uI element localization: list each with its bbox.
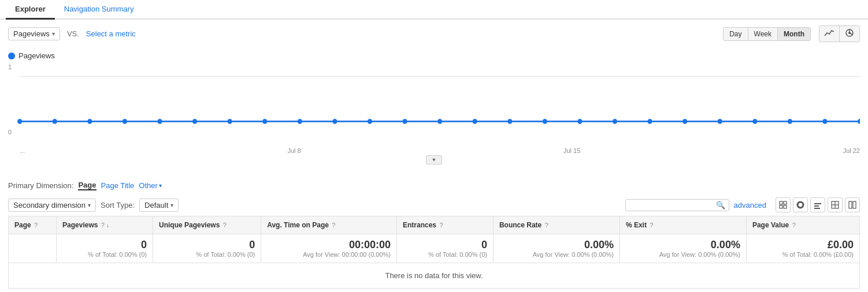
col-page-help[interactable]: ? (34, 222, 38, 229)
secondary-toolbar: Secondary dimension ▾ Sort Type: Default… (0, 194, 868, 216)
totals-page-cell (9, 234, 57, 263)
x-label-jul22: Jul 22 (843, 147, 860, 154)
advanced-link[interactable]: advanced (734, 201, 766, 209)
bar-view-button[interactable] (810, 197, 825, 212)
svg-rect-31 (780, 201, 782, 204)
svg-point-19 (473, 119, 477, 124)
select-metric-link[interactable]: Select a metric (86, 29, 136, 38)
col-bounce-rate: Bounce Rate ? (493, 216, 620, 234)
totals-entrances-sub: % of Total: 0.00% (0) (403, 251, 487, 258)
dim-page-title-link[interactable]: Page Title (101, 181, 135, 190)
secondary-dimension-dropdown[interactable]: Secondary dimension ▾ (8, 199, 96, 212)
svg-point-20 (507, 119, 512, 124)
col-exit: % Exit ? (620, 216, 746, 234)
line-chart-button[interactable] (819, 26, 840, 42)
svg-point-9 (123, 119, 127, 124)
compare-view-button[interactable] (845, 197, 860, 212)
col-pageviews: Pageviews ? ↓ (57, 216, 153, 234)
totals-unique-main: 0 (159, 239, 255, 251)
svg-point-25 (682, 119, 687, 124)
dim-other-dropdown[interactable]: Other ▾ (139, 181, 162, 190)
svg-point-18 (437, 119, 442, 124)
grid-view-button[interactable] (776, 197, 791, 212)
search-input[interactable] (629, 201, 716, 209)
metric-dropdown[interactable]: Pageviews ▾ (8, 27, 60, 40)
compare-icon (848, 201, 856, 209)
col-unique-name: Unique Pageviews (159, 221, 220, 229)
svg-point-22 (577, 119, 582, 124)
tab-explorer[interactable]: Explorer (6, 0, 55, 20)
totals-avgtime-sub: Avg for View: 00:00:00 (0.00%) (267, 251, 391, 258)
scroll-button[interactable]: ▼ (426, 155, 442, 164)
svg-rect-37 (814, 205, 819, 207)
primary-dimension-bar: Primary Dimension: Page Page Title Other… (0, 175, 868, 194)
chart-svg (8, 63, 860, 147)
search-icon[interactable]: 🔍 (716, 201, 725, 209)
pivot-view-button[interactable] (828, 197, 843, 212)
col-unique-help[interactable]: ? (223, 222, 227, 229)
sort-type-label: Sort Type: (101, 201, 135, 209)
col-pageviews-name: Pageviews (62, 221, 98, 229)
totals-entrances-main: 0 (403, 239, 487, 251)
col-page-value: Page Value ? (746, 216, 859, 234)
month-button[interactable]: Month (778, 28, 810, 40)
vs-label: VS. (67, 29, 79, 38)
svg-point-23 (613, 119, 617, 124)
svg-rect-36 (814, 203, 821, 204)
svg-point-29 (822, 119, 827, 124)
totals-row: 0 % of Total: 0.00% (0) 0 % of Total: 0.… (9, 234, 860, 263)
donut-view-button[interactable] (793, 197, 808, 212)
svg-rect-38 (814, 208, 820, 209)
totals-pageviews-main: 0 (62, 239, 147, 251)
col-entrances: Entrances ? (397, 216, 494, 234)
pie-chart-button[interactable] (840, 26, 859, 42)
svg-point-26 (718, 119, 722, 124)
svg-rect-42 (849, 201, 852, 208)
col-entrances-help[interactable]: ? (439, 222, 443, 229)
svg-point-14 (298, 119, 302, 124)
svg-point-21 (543, 119, 547, 124)
svg-point-3 (848, 32, 851, 34)
chart-area: Pageviews 1 0 (0, 48, 868, 175)
data-table: Page ? Pageviews ? ↓ Unique Pageviews ? … (8, 216, 860, 289)
col-page: Page ? (9, 216, 57, 234)
col-pagevalue-help[interactable]: ? (792, 222, 796, 229)
svg-point-16 (368, 119, 372, 124)
secondary-dim-label: Secondary dimension (13, 201, 86, 209)
y-axis-top: 1 (8, 63, 12, 70)
col-exit-help[interactable]: ? (650, 222, 653, 229)
col-avgtime-help[interactable]: ? (332, 222, 335, 229)
svg-point-27 (752, 119, 757, 124)
col-page-name: Page (14, 221, 31, 229)
legend-dot (8, 53, 15, 59)
line-chart-icon (824, 28, 834, 38)
sort-type-dropdown[interactable]: Default ▾ (139, 199, 179, 212)
svg-point-11 (192, 119, 197, 124)
col-pageviews-sort: ↓ (106, 222, 109, 229)
chart-view-buttons (819, 25, 860, 42)
day-button[interactable]: Day (724, 28, 748, 40)
search-box: 🔍 (625, 199, 729, 211)
svg-point-24 (648, 119, 652, 124)
no-data-cell: There is no data for this view. (9, 263, 860, 289)
dim-page-link[interactable]: Page (78, 181, 96, 190)
svg-rect-34 (784, 205, 787, 208)
table-wrapper: Page ? Pageviews ? ↓ Unique Pageviews ? … (0, 216, 868, 289)
table-header-row: Page ? Pageviews ? ↓ Unique Pageviews ? … (9, 216, 860, 234)
chart-container: 1 0 (8, 63, 860, 147)
tab-navigation-summary[interactable]: Navigation Summary (55, 0, 143, 20)
svg-point-8 (87, 119, 92, 124)
week-button[interactable]: Week (748, 28, 778, 40)
col-pageviews-help[interactable]: ? (101, 222, 105, 229)
totals-pagevalue-main: £0.00 (752, 239, 854, 251)
sort-arrow-icon: ▾ (170, 202, 173, 208)
view-icon-group (776, 197, 860, 212)
time-button-group: Day Week Month (723, 27, 811, 41)
no-data-row: There is no data for this view. (9, 263, 860, 289)
col-bounce-help[interactable]: ? (545, 222, 548, 229)
main-toolbar: Pageviews ▾ VS. Select a metric Day Week… (0, 20, 868, 48)
svg-point-10 (157, 119, 162, 124)
sort-default-label: Default (144, 201, 168, 209)
totals-pageviews-sub: % of Total: 0.00% (0) (62, 251, 147, 258)
col-avgtime-name: Avg. Time on Page (267, 221, 329, 229)
